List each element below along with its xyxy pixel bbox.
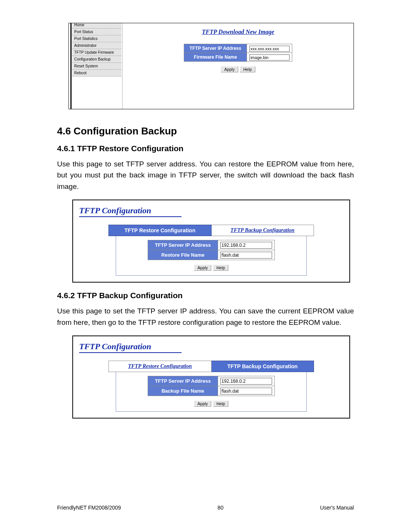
footer-right: User's Manual	[320, 505, 354, 511]
field-label: Restore File Name	[148, 250, 218, 260]
tab-restore[interactable]: TFTP Restore Configuration	[109, 225, 212, 236]
heading-4-6-2: 4.6.2 TFTP Backup Configuration	[57, 291, 354, 300]
sidebar-item[interactable]: Home	[72, 23, 121, 29]
field-label: Backup File Name	[148, 386, 218, 396]
form-table: TFTP Server IP AddressRestore File Name	[148, 240, 275, 260]
apply-button[interactable]: Apply	[221, 66, 238, 72]
sidebar-item[interactable]: Reboot	[72, 70, 121, 77]
help-button[interactable]: Help	[213, 401, 229, 407]
field-label: TFTP Server IP Address	[184, 44, 247, 53]
sidebar-item[interactable]: Port Status	[72, 29, 121, 35]
text-input[interactable]	[249, 54, 290, 61]
tab-backup[interactable]: TFTP Backup Configuration	[211, 225, 314, 236]
sidebar-item[interactable]: Port Statistics	[72, 35, 121, 42]
panel-title: TFTP Configuration	[79, 342, 182, 353]
footer-page-number: 80	[218, 505, 224, 511]
screenshot-tftp-download: HomePort StatusPort StatisticsAdministra…	[68, 23, 354, 109]
sidebar-item[interactable]: Reset System	[72, 63, 121, 70]
panel-title: TFTP Download New Image	[123, 29, 354, 35]
field-label: Firmware File Name	[184, 53, 247, 62]
text-input[interactable]	[220, 388, 272, 395]
text-input[interactable]	[249, 46, 290, 52]
tabstrip: TFTP Restore ConfigurationTFTP Backup Co…	[108, 361, 314, 372]
text-input[interactable]	[220, 242, 272, 249]
form-table: TFTP Server IP AddressBackup File Name	[148, 376, 275, 396]
sidebar-item[interactable]: TFTP Update Firmware	[72, 49, 121, 56]
sidebar-item[interactable]: Administrator	[72, 42, 121, 49]
help-button[interactable]: Help	[213, 265, 229, 271]
heading-4-6: 4.6 Configuration Backup	[57, 125, 354, 137]
apply-button[interactable]: Apply	[194, 265, 212, 271]
sidebar-nav: HomePort StatusPort StatisticsAdministra…	[72, 23, 121, 77]
apply-button[interactable]: Apply	[194, 401, 212, 407]
page-footer: FriendlyNET FM2008/2009 80 User's Manual	[57, 505, 354, 511]
tab-restore[interactable]: TFTP Restore Configuration	[109, 361, 212, 372]
tab-backup[interactable]: TFTP Backup Configuration	[211, 361, 314, 372]
paragraph-backup: Use this page to set the TFTP server IP …	[57, 305, 354, 328]
text-input[interactable]	[220, 378, 272, 385]
footer-left: FriendlyNET FM2008/2009	[57, 505, 121, 511]
tabstrip: TFTP Restore ConfigurationTFTP Backup Co…	[108, 225, 314, 236]
help-button[interactable]: Help	[240, 66, 255, 72]
text-input[interactable]	[220, 252, 272, 259]
panel-title: TFTP Configuration	[79, 206, 182, 217]
screenshot-tftp-restore: TFTP Configuration TFTP Restore Configur…	[72, 200, 350, 283]
heading-4-6-1: 4.6.1 TFTP Restore Configuration	[57, 144, 354, 153]
sidebar-item[interactable]: Configuration Backup	[72, 56, 121, 63]
screenshot-tftp-backup: TFTP Configuration TFTP Restore Configur…	[72, 335, 350, 419]
field-label: TFTP Server IP Address	[148, 376, 218, 386]
form-table: TFTP Server IP AddressFirmware File Name	[184, 44, 292, 62]
field-label: TFTP Server IP Address	[148, 240, 218, 250]
paragraph-restore: Use this page to set TFTP server address…	[57, 158, 354, 192]
